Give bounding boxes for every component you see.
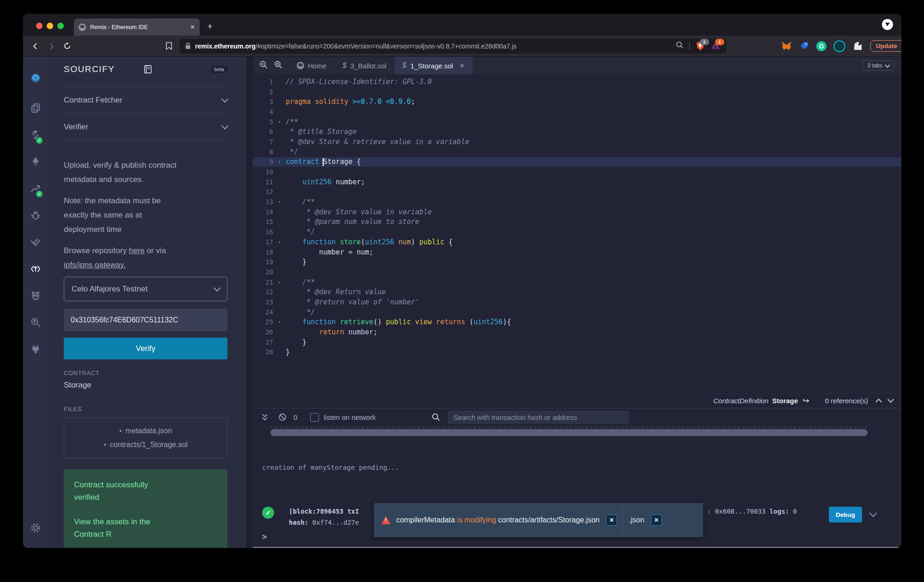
plugin-manager-icon[interactable]: [23, 336, 48, 363]
expand-terminal-icon[interactable]: [259, 412, 270, 423]
code-line[interactable]: 27 }: [253, 337, 901, 347]
contract-address-input[interactable]: [64, 309, 227, 331]
new-tab-button[interactable]: +: [207, 21, 213, 31]
remix-logo-icon[interactable]: [23, 62, 48, 95]
next-reference-icon[interactable]: [887, 396, 894, 403]
metamask-icon[interactable]: [781, 41, 792, 51]
code-line[interactable]: 8 */: [253, 147, 901, 157]
code-line[interactable]: 1// SPDX-License-Identifier: GPL-3.0: [253, 77, 901, 87]
panel-resize-handle[interactable]: [246, 57, 253, 548]
minimize-window-button[interactable]: [47, 23, 53, 29]
code-line[interactable]: 12: [253, 187, 901, 197]
code-line[interactable]: 15 * @param num value to store: [253, 217, 901, 227]
code-line[interactable]: 3pragma solidity >=0.7.0 <0.9.0;: [253, 97, 901, 107]
pending-log-line: creation of manyStorage pending...: [262, 464, 399, 471]
static-analysis-icon[interactable]: ✓: [23, 175, 48, 202]
toast-message: compilerMetadata is modifying contracts/…: [396, 516, 600, 524]
grammarly-icon[interactable]: G: [816, 41, 826, 51]
code-line[interactable]: 21▾ /**: [253, 277, 901, 287]
code-line[interactable]: 20: [253, 267, 901, 277]
code-line[interactable]: 26 return number;: [253, 327, 901, 337]
close-toast-button[interactable]: ✕: [606, 515, 617, 526]
debug-button[interactable]: Debug: [829, 507, 862, 522]
code-line[interactable]: 9▾contract Storage {: [253, 157, 901, 167]
zoom-out-icon[interactable]: [259, 61, 268, 71]
close-window-button[interactable]: [36, 23, 43, 29]
listen-network-checkbox[interactable]: [310, 413, 319, 422]
clear-console-icon[interactable]: [277, 412, 288, 423]
network-select[interactable]: Celo Alfajores Testnet: [64, 277, 227, 301]
panel-note: Note: the metadata must be exactly the s…: [64, 194, 227, 236]
reload-button[interactable]: [61, 40, 73, 52]
teal-extension-icon[interactable]: [833, 40, 845, 52]
code-line[interactable]: 16 */: [253, 227, 901, 237]
tag-extension-icon[interactable]: [799, 41, 809, 51]
url-bar[interactable]: remix.ethereum.org/#optimize=false&runs=…: [179, 39, 727, 54]
deploy-run-icon[interactable]: [23, 148, 48, 175]
triangle-extension-icon[interactable]: 1: [711, 41, 721, 51]
code-line[interactable]: 5▾/**: [253, 117, 901, 127]
terminal-toolbar: 0 listen on network: [253, 408, 901, 426]
documentation-book-icon[interactable]: [143, 65, 153, 73]
contract-fetcher-section[interactable]: Contract Fetcher: [64, 87, 227, 113]
sourcify-icon[interactable]: [23, 255, 48, 282]
goto-definition-icon[interactable]: ↪: [802, 396, 809, 406]
owl-plugin-icon[interactable]: [23, 282, 48, 309]
verify-button[interactable]: Verify: [64, 338, 227, 359]
expand-tx-icon[interactable]: [869, 509, 877, 517]
tab-ballot[interactable]: S 3_Ballot.sol: [335, 57, 395, 74]
solidity-compiler-icon[interactable]: ✓: [23, 121, 48, 148]
browser-tab-title: Remix - Ethereum IDE: [90, 24, 186, 30]
ipfs-gateway-link[interactable]: ipfs/ipns gateway.: [64, 261, 126, 269]
code-line[interactable]: 14 * @dev Store value in variable: [253, 207, 901, 217]
etherscan-icon[interactable]: [23, 309, 48, 336]
puzzle-extensions-icon[interactable]: [852, 41, 863, 51]
page-zoom-icon[interactable]: [676, 41, 684, 51]
close-tab-icon[interactable]: ✕: [459, 62, 465, 69]
code-line[interactable]: 24 */: [253, 307, 901, 317]
terminal-prompt[interactable]: >: [262, 532, 267, 541]
close-toast-button[interactable]: ✕: [651, 515, 662, 526]
file-item[interactable]: •contracts/1_Storage.sol: [67, 438, 224, 452]
previous-reference-icon[interactable]: [875, 399, 882, 405]
browser-tab[interactable]: Remix - Ethereum IDE ✕: [74, 18, 200, 36]
tabs-count-dropdown[interactable]: 3 tabs: [863, 61, 894, 71]
icon-rail: ✓ ✓: [23, 57, 48, 548]
code-line[interactable]: 2: [253, 87, 901, 97]
code-line[interactable]: 22 * @dev Return value: [253, 287, 901, 297]
bookmark-icon[interactable]: [163, 40, 175, 52]
back-button[interactable]: [30, 40, 42, 52]
zoom-in-icon[interactable]: [274, 61, 282, 71]
code-line[interactable]: 17▾ function store(uint256 num) public {: [253, 237, 901, 247]
code-line[interactable]: 7 * @dev Store & retrieve value in a var…: [253, 137, 901, 147]
tx-hash-text: hash: 0xf74...d27e: [289, 519, 359, 526]
code-line[interactable]: 23 * @return value of 'number': [253, 297, 901, 307]
close-tab-icon[interactable]: ✕: [190, 24, 195, 30]
update-button[interactable]: Update: [870, 40, 901, 52]
settings-gear-icon[interactable]: [23, 515, 48, 541]
unit-testing-icon[interactable]: [23, 229, 48, 255]
code-line[interactable]: 4: [253, 107, 901, 117]
forward-button[interactable]: [45, 40, 57, 52]
code-line[interactable]: 10: [253, 167, 901, 177]
repository-link[interactable]: here: [129, 246, 145, 255]
code-editor[interactable]: 1// SPDX-License-Identifier: GPL-3.023pr…: [253, 74, 901, 393]
debugger-icon[interactable]: [23, 202, 48, 229]
code-line[interactable]: 11 uint256 number;: [253, 177, 901, 187]
code-line[interactable]: 6 * @title Storage: [253, 127, 901, 137]
code-line[interactable]: 18 number = num;: [253, 247, 901, 257]
browser-badge-icon[interactable]: [882, 19, 893, 30]
code-line[interactable]: 28}: [253, 347, 901, 358]
verifier-section[interactable]: Verifier: [64, 113, 227, 140]
tab-home[interactable]: Home: [289, 57, 335, 74]
code-line[interactable]: 25▾ function retrieve() public view retu…: [253, 317, 901, 327]
tab-storage[interactable]: S 1_Storage.sol ✕: [395, 57, 473, 74]
terminal-search-input[interactable]: [448, 411, 629, 424]
maximize-window-button[interactable]: [57, 23, 64, 29]
file-item[interactable]: •metadata.json: [67, 424, 224, 438]
code-line[interactable]: 13▾ /**: [253, 197, 901, 207]
terminal-scrollbar[interactable]: [270, 429, 868, 436]
code-line[interactable]: 19 }: [253, 257, 901, 267]
brave-shield-icon[interactable]: 2: [696, 41, 706, 51]
file-explorer-icon[interactable]: [23, 95, 48, 121]
